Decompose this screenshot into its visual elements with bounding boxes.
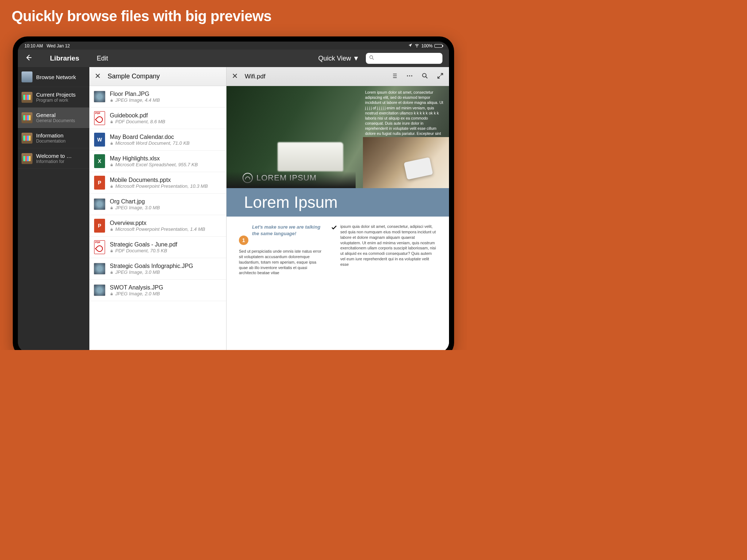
file-name: May Highlights.xlsx (110, 155, 198, 162)
col-right-body: ipsum quia dolor sit amet, consectetur, … (340, 224, 437, 267)
sidebar-item-label: Welcome to … (36, 153, 72, 159)
bookshelf-icon (22, 112, 32, 123)
file-meta: JPEG Image, 3.0 MB (110, 269, 193, 275)
word-icon: W (94, 133, 105, 147)
file-row[interactable]: Strategic Goals Infographic.JPGJPEG Imag… (89, 258, 226, 280)
bookshelf-icon (22, 133, 32, 144)
file-row[interactable]: Guidebook.pdfPDF Document, 8.6 MB (89, 108, 226, 129)
location-icon (408, 43, 413, 48)
pdf-icon (94, 111, 105, 125)
col-left-header: Let's make sure we are talking the same … (252, 224, 323, 237)
file-row[interactable]: Floor Plan.JPGJPEG Image, 4.4 MB (89, 86, 226, 108)
file-meta: Microsoft Word Document, 71.0 KB (110, 140, 190, 146)
file-row[interactable]: Org Chart.jpgJPEG Image, 3.0 MB (89, 194, 226, 215)
hero-logo-text: LOREM IPSUM (256, 173, 317, 183)
file-name: Mobile Documents.pptx (110, 177, 208, 183)
more-icon[interactable] (406, 72, 413, 81)
file-row[interactable]: Strategic Goals - June.pdfPDF Document, … (89, 237, 226, 258)
back-button[interactable] (24, 54, 32, 63)
expand-icon[interactable] (437, 72, 444, 81)
device-frame: 10:10 AM Wed Jan 12 100% Libraries Edit … (13, 36, 454, 350)
sidebar-item-sub: General Documents (36, 118, 75, 123)
sidebar-item[interactable]: InformationDocumentation (18, 128, 89, 148)
status-date: Wed Jan 12 (47, 43, 70, 48)
file-meta: PDF Document, 70.5 KB (110, 248, 177, 253)
quickview-dropdown[interactable]: Quick View ▼ (318, 55, 359, 62)
powerpoint-icon: P (94, 176, 105, 190)
svg-point-1 (407, 75, 408, 76)
file-row[interactable]: WMay Board Calendar.docMicrosoft Word Do… (89, 129, 226, 151)
sidebar-item-label: Current Projects (36, 92, 76, 98)
lock-icon (110, 292, 113, 296)
preview-panel: Wifi.pdf Lorem ipsum dolor sit amet, con… (227, 67, 449, 350)
file-row[interactable]: PMobile Documents.pptxMicrosoft Powerpoi… (89, 172, 226, 194)
marketing-headline: Quickly browse files with big previews (0, 0, 467, 30)
bookshelf-icon (22, 153, 32, 164)
sidebar-item[interactable]: Browse Network (18, 67, 89, 87)
search-input[interactable] (366, 53, 442, 64)
close-preview-button[interactable] (232, 73, 238, 81)
doc-title-bar: Lorem Ipsum (227, 188, 449, 217)
file-name: Overview.pptx (110, 220, 205, 226)
lock-icon (110, 249, 113, 253)
lock-icon (110, 227, 113, 231)
file-row[interactable]: XMay Highlights.xlsxMicrosoft Excel Spre… (89, 151, 226, 172)
col-left-body: Sed ut perspiciatis unde omnis iste natu… (239, 249, 323, 276)
preview-title: Wifi.pdf (245, 73, 384, 80)
step-number: 1 (239, 236, 248, 245)
sidebar-item-label: Browse Network (36, 74, 76, 80)
file-row[interactable]: SWOT Analysis.JPGJPEG Image, 2.0 MB (89, 280, 226, 301)
lock-icon (110, 98, 113, 102)
status-time: 10:10 AM (24, 43, 43, 48)
file-meta: PDF Document, 8.6 MB (110, 119, 165, 124)
wifi-logo-icon (243, 173, 253, 183)
svg-point-3 (411, 75, 412, 76)
hero-overlay-text: Lorem ipsum dolor sit amet, consectetur … (365, 90, 445, 141)
image-thumb-icon (94, 198, 105, 210)
filelist-title: Sample Company (108, 73, 160, 80)
file-meta: JPEG Image, 4.4 MB (110, 97, 160, 103)
svg-point-2 (409, 75, 410, 76)
file-meta: Microsoft Powerpoint Presentation, 1.4 M… (110, 226, 205, 232)
lock-icon (110, 163, 113, 167)
topbar-title: Libraries (50, 54, 79, 62)
lock-icon (110, 206, 113, 210)
monitor-icon (22, 71, 32, 82)
file-meta: Microsoft Excel Spreadsheet, 955.7 KB (110, 162, 198, 167)
checkmark-icon (331, 224, 337, 267)
image-thumb-icon (94, 263, 105, 275)
file-name: SWOT Analysis.JPG (110, 284, 163, 291)
file-row[interactable]: POverview.pptxMicrosoft Powerpoint Prese… (89, 215, 226, 237)
file-name: Strategic Goals Infographic.JPG (110, 263, 193, 269)
battery-percent: 100% (421, 43, 433, 48)
sidebar-item-label: Information (36, 132, 66, 139)
sidebar-item[interactable]: Current ProjectsProgram of work (18, 87, 89, 108)
battery-icon (434, 44, 442, 48)
lock-icon (110, 120, 113, 124)
file-meta: JPEG Image, 2.0 MB (110, 291, 163, 296)
file-meta: JPEG Image, 3.0 MB (110, 205, 160, 210)
sidebar-item-sub: Program of work (36, 98, 76, 103)
sidebar-item[interactable]: Welcome to …Information for (18, 148, 89, 169)
image-thumb-icon (94, 91, 105, 102)
edit-button[interactable]: Edit (97, 55, 108, 62)
file-name: Floor Plan.JPG (110, 91, 160, 97)
search-icon (369, 55, 375, 62)
lock-icon (110, 184, 113, 188)
top-bar: Libraries Edit Quick View ▼ (18, 50, 449, 67)
document-preview[interactable]: Lorem ipsum dolor sit amet, consectetur … (227, 86, 449, 350)
svg-point-0 (370, 56, 373, 59)
list-icon[interactable] (391, 72, 398, 81)
sidebar-item-label: General (36, 112, 75, 118)
sidebar-item-sub: Documentation (36, 139, 66, 144)
search-preview-icon[interactable] (421, 72, 429, 81)
file-name: May Board Calendar.doc (110, 134, 190, 140)
status-bar: 10:10 AM Wed Jan 12 100% (18, 42, 449, 50)
file-meta: Microsoft Powerpoint Presentation, 10.3 … (110, 183, 208, 189)
svg-point-4 (422, 73, 426, 77)
close-filelist-button[interactable] (94, 73, 101, 81)
lock-icon (110, 141, 113, 145)
sidebar-item[interactable]: GeneralGeneral Documents (18, 108, 89, 128)
image-thumb-icon (94, 284, 105, 296)
sidebar: Browse NetworkCurrent ProjectsProgram of… (18, 67, 89, 350)
